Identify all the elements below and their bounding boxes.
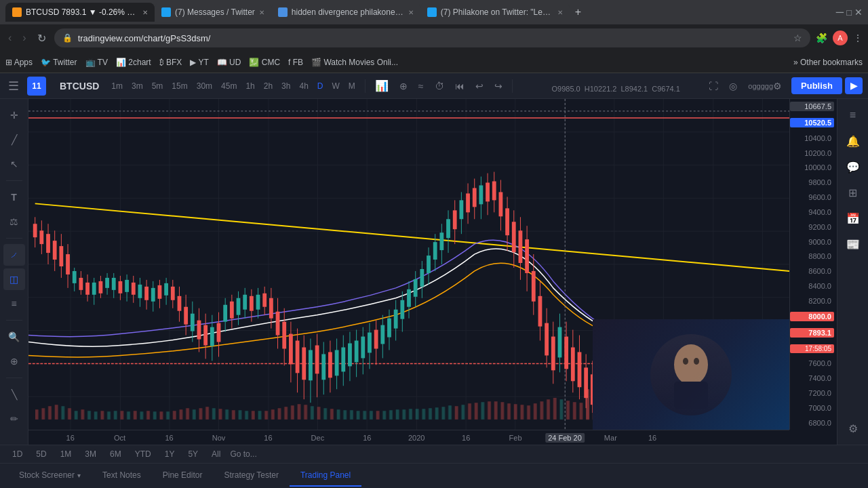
bookmark-movies[interactable]: 🎬 Watch Movies Onli... (311, 58, 398, 67)
undo-btn[interactable]: ↩ (471, 78, 488, 94)
fibonacci-tool-btn[interactable]: ≡ (3, 293, 25, 314)
reload-btn[interactable]: ↻ (35, 29, 49, 47)
stock-screener-tab[interactable]: Stock Screener ▾ (8, 465, 92, 487)
bookmark-2chart[interactable]: 📊 2chart (116, 58, 151, 67)
settings-sidebar-btn[interactable]: ⚙ (842, 418, 864, 439)
minimize-btn[interactable]: ─ (836, 6, 844, 18)
calendar-btn[interactable]: 📅 (842, 207, 864, 229)
address-bar[interactable]: 🔒 tradingview.com/chart/gPsS3dsm/ ☆ (54, 28, 810, 47)
fullscreen-btn[interactable]: ⛶ (705, 78, 722, 94)
svg-rect-249 (343, 410, 347, 420)
redo-btn[interactable]: ↪ (490, 78, 507, 94)
goto-btn[interactable]: Go to... (230, 449, 256, 459)
forward-btn[interactable]: › (20, 29, 28, 47)
watchlist-btn[interactable]: ≡ (842, 104, 864, 126)
bookmark-twitter[interactable]: 🐦 Twitter (41, 58, 77, 67)
tab-twitter[interactable]: (7) Messages / Twitter ✕ (155, 3, 271, 22)
measure-tool-btn[interactable]: ⚖ (3, 211, 25, 232)
profile-icon[interactable]: A (833, 30, 848, 45)
tf-45m[interactable]: 45m (217, 79, 241, 94)
eraser-btn[interactable]: ✏ (3, 408, 25, 430)
snapshot-btn[interactable]: ◎ (725, 78, 741, 94)
new-tab-button[interactable]: + (570, 3, 587, 21)
tab-btcusd[interactable]: BTCUSD 7893.1 ▼ -0.26% oggo... ✕ (5, 3, 155, 22)
tf-3h[interactable]: 3h (277, 79, 294, 94)
replay-btn[interactable]: ⏮ (451, 78, 469, 94)
tf-1d-btn[interactable]: 1D (8, 448, 26, 460)
tab-philakone[interactable]: (7) Philakone on Twitter: "Lesson... ✕ (420, 3, 570, 22)
go-live-button[interactable]: ▶ (845, 77, 863, 94)
tf-3m-btn[interactable]: 3M (81, 448, 100, 460)
tf-5y-btn[interactable]: 5Y (184, 448, 202, 460)
hamburger-menu[interactable]: ☰ (5, 76, 22, 96)
bookmark-yt[interactable]: ▶ YT (190, 58, 208, 67)
svg-rect-238 (271, 409, 275, 420)
tf-15m[interactable]: 15m (167, 79, 191, 94)
compare-btn[interactable]: ≈ (414, 78, 428, 94)
tf-2h[interactable]: 2h (260, 79, 277, 94)
news-btn[interactable]: 📰 (842, 233, 864, 255)
strategy-tester-tab[interactable]: Strategy Tester (213, 465, 289, 487)
tab-hidden-div[interactable]: hidden divergence philakonecry... ✕ (271, 3, 420, 22)
magnet-tool-btn[interactable]: ⊕ (3, 350, 25, 372)
draw-line-btn[interactable]: ╲ (3, 384, 25, 405)
bookmark-fb[interactable]: f FB (288, 58, 303, 67)
close-btn[interactable]: ✕ (854, 7, 863, 18)
text-tool-btn[interactable]: T (3, 186, 25, 208)
maximize-btn[interactable]: □ (846, 7, 852, 18)
bookmark-bfx[interactable]: ₿ BFX (159, 58, 182, 67)
bar-type-btn[interactable]: 📊 (371, 77, 393, 95)
back-btn[interactable]: ‹ (5, 29, 14, 47)
tf-5d-btn[interactable]: 5D (32, 448, 50, 460)
svg-rect-282 (559, 399, 563, 420)
trading-panel-tab[interactable]: Trading Panel (290, 465, 361, 487)
star-icon[interactable]: ☆ (793, 33, 802, 43)
tf-4h[interactable]: 4h (295, 79, 312, 94)
tf-6m-btn[interactable]: 6M (106, 448, 125, 460)
tf-ytd-btn[interactable]: YTD (131, 448, 155, 460)
bookmark-apps[interactable]: ⊞ Apps (5, 58, 33, 67)
tab-close-hidden[interactable]: ✕ (408, 9, 414, 16)
bookmark-ud[interactable]: 📖 UD (217, 58, 241, 67)
tf-1h[interactable]: 1h (241, 79, 258, 94)
cursor-tool-btn[interactable]: ✛ (3, 104, 25, 126)
data-window-btn[interactable]: ⊞ (842, 182, 864, 203)
tf-m[interactable]: M (344, 79, 359, 94)
svg-rect-91 (230, 302, 234, 319)
pine-editor-tab[interactable]: Pine Editor (152, 465, 214, 487)
tf-3m[interactable]: 3m (127, 79, 147, 94)
svg-rect-264 (441, 407, 445, 420)
date-16-mar: 16 (648, 434, 656, 442)
text-notes-tab[interactable]: Text Notes (92, 465, 152, 487)
tf-30m[interactable]: 30m (193, 79, 216, 94)
add-indicator-btn[interactable]: ⊕ (395, 78, 412, 94)
arrow-tool-btn[interactable]: ↖ (3, 153, 25, 175)
extensions-icon[interactable]: 🧩 (816, 33, 827, 43)
zoom-tool-btn[interactable]: 🔍 (3, 326, 25, 348)
bookmark-cmc[interactable]: 💹 CMC (249, 58, 280, 67)
tf-5m[interactable]: 5m (148, 79, 167, 94)
tf-1y-btn[interactable]: 1Y (161, 448, 179, 460)
more-btn[interactable]: ⋮ (853, 33, 863, 43)
tf-d[interactable]: D (313, 79, 328, 94)
chat-sidebar-btn[interactable]: 💬 (842, 156, 864, 178)
trend-tool-btn[interactable]: ⟋ (3, 244, 25, 266)
symbol-name[interactable]: BTCUSD (54, 78, 104, 94)
settings-gear-btn[interactable]: oggggg ⚙ (744, 78, 786, 94)
shape-tool-btn[interactable]: ◫ (3, 268, 25, 290)
tf-1m-btn[interactable]: 1M (56, 448, 76, 460)
bookmark-tv[interactable]: 📺 TV (85, 58, 108, 67)
svg-rect-263 (435, 407, 439, 420)
tab-close-philakone[interactable]: ✕ (557, 9, 563, 16)
publish-button[interactable]: Publish (791, 77, 842, 94)
crosshair-tool-btn[interactable]: ╱ (3, 129, 25, 150)
tf-w[interactable]: W (328, 79, 344, 94)
tab-close-btcusd[interactable]: ✕ (142, 9, 148, 16)
tf-all-btn[interactable]: All (208, 448, 224, 460)
alerts-btn[interactable]: ⏱ (431, 78, 448, 94)
alerts-sidebar-btn[interactable]: 🔔 (842, 130, 864, 152)
tab-close-twitter[interactable]: ✕ (259, 9, 264, 16)
tf-1m[interactable]: 1m (107, 79, 127, 94)
svg-rect-240 (284, 407, 288, 420)
bookmark-other[interactable]: » Other bookmarks (793, 58, 863, 67)
